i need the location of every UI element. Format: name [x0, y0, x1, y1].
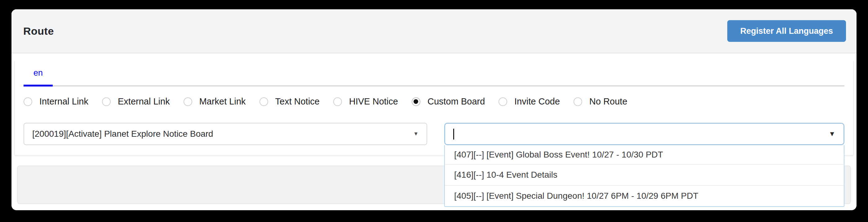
tab-en[interactable]: en [24, 68, 53, 87]
radio-internal-link[interactable]: Internal Link [24, 96, 88, 107]
post-combobox-wrap: ▼ [407][--] [Event] Global Boss Event! 1… [444, 123, 844, 145]
radio-label: Text Notice [275, 96, 320, 107]
dropdown-option[interactable]: [407][--] [Event] Global Boss Event! 10/… [445, 146, 844, 164]
radio-circle-icon [412, 97, 421, 106]
radio-label: Internal Link [39, 96, 88, 107]
radio-no-route[interactable]: No Route [574, 96, 627, 107]
post-search-combobox[interactable]: ▼ [444, 123, 844, 145]
text-cursor [453, 129, 454, 139]
radio-circle-icon [184, 97, 192, 106]
radio-label: External Link [118, 96, 170, 107]
radio-circle-icon [498, 97, 507, 106]
board-select[interactable]: [200019][Activate] Planet Explore Notice… [24, 123, 427, 145]
radio-label: HIVE Notice [349, 96, 398, 107]
radio-invite-code[interactable]: Invite Code [498, 96, 560, 107]
radio-label: No Route [589, 96, 627, 107]
radio-custom-board[interactable]: Custom Board [412, 96, 485, 107]
radio-external-link[interactable]: External Link [102, 96, 170, 107]
board-controls-row: [200019][Activate] Planet Explore Notice… [24, 123, 844, 145]
dropdown-option[interactable]: [416][--] 10-4 Event Details [445, 164, 844, 185]
radio-label: Market Link [199, 96, 246, 107]
language-tab-bar: en [24, 61, 844, 87]
radio-circle-icon [333, 97, 342, 106]
board-select-value: [200019][Activate] Planet Explore Notice… [32, 129, 213, 139]
radio-label: Invite Code [514, 96, 560, 107]
route-card-body: en Internal Link External Link Market Li… [11, 53, 857, 204]
radio-hive-notice[interactable]: HIVE Notice [333, 96, 398, 107]
caret-down-icon: ▼ [413, 131, 418, 137]
caret-down-icon: ▼ [829, 130, 835, 138]
radio-text-notice[interactable]: Text Notice [259, 96, 320, 107]
page-title: Route [23, 25, 54, 37]
radio-market-link[interactable]: Market Link [184, 96, 246, 107]
register-all-languages-button[interactable]: Register All Languages [727, 20, 846, 42]
radio-label: Custom Board [428, 96, 485, 107]
radio-circle-icon [574, 97, 582, 106]
radio-circle-icon [259, 97, 268, 106]
radio-circle-icon [24, 97, 32, 106]
language-tab-panel: en Internal Link External Link Market Li… [14, 61, 854, 156]
page-background: { "card": { "header": { "title": "Route"… [0, 0, 868, 222]
radio-circle-icon [102, 97, 111, 106]
post-dropdown-menu: [407][--] [Event] Global Boss Event! 10/… [444, 145, 844, 207]
route-type-radio-group: Internal Link External Link Market Link … [24, 96, 844, 107]
dropdown-option[interactable]: [405][--] [Event] Special Dungeon! 10/27… [445, 185, 844, 206]
route-card-header: Route Register All Languages [11, 9, 857, 53]
route-card: Route Register All Languages en Internal… [11, 9, 857, 210]
